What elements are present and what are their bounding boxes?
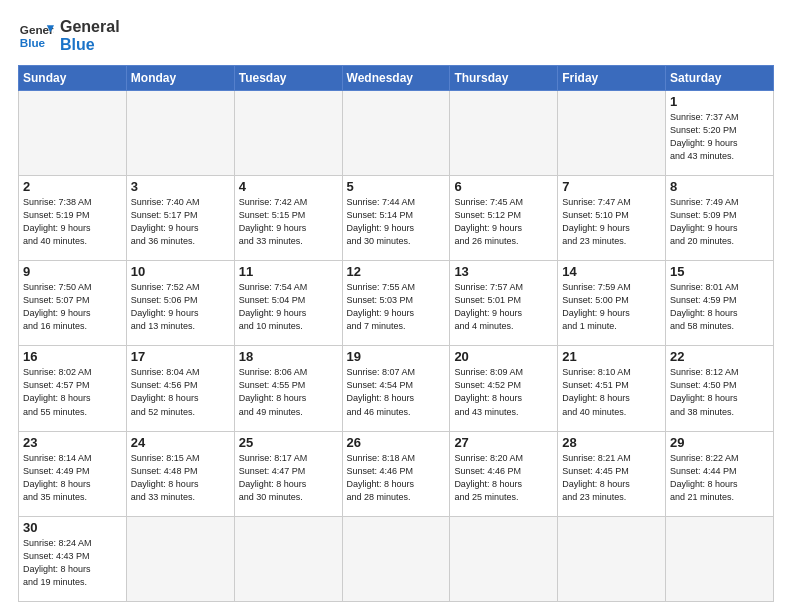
calendar-cell: 30Sunrise: 8:24 AM Sunset: 4:43 PM Dayli…: [19, 516, 127, 601]
day-number: 23: [23, 435, 122, 450]
calendar-cell: [666, 516, 774, 601]
calendar-cell: 17Sunrise: 8:04 AM Sunset: 4:56 PM Dayli…: [126, 346, 234, 431]
calendar-cell: 19Sunrise: 8:07 AM Sunset: 4:54 PM Dayli…: [342, 346, 450, 431]
day-number: 26: [347, 435, 446, 450]
day-info: Sunrise: 7:42 AM Sunset: 5:15 PM Dayligh…: [239, 196, 338, 248]
day-info: Sunrise: 8:10 AM Sunset: 4:51 PM Dayligh…: [562, 366, 661, 418]
day-info: Sunrise: 8:06 AM Sunset: 4:55 PM Dayligh…: [239, 366, 338, 418]
day-info: Sunrise: 8:15 AM Sunset: 4:48 PM Dayligh…: [131, 452, 230, 504]
calendar-cell: 1Sunrise: 7:37 AM Sunset: 5:20 PM Daylig…: [666, 90, 774, 175]
day-number: 29: [670, 435, 769, 450]
day-info: Sunrise: 7:52 AM Sunset: 5:06 PM Dayligh…: [131, 281, 230, 333]
calendar-week-row: 16Sunrise: 8:02 AM Sunset: 4:57 PM Dayli…: [19, 346, 774, 431]
day-info: Sunrise: 8:18 AM Sunset: 4:46 PM Dayligh…: [347, 452, 446, 504]
calendar-cell: [19, 90, 127, 175]
calendar-cell: 26Sunrise: 8:18 AM Sunset: 4:46 PM Dayli…: [342, 431, 450, 516]
day-number: 16: [23, 349, 122, 364]
day-number: 11: [239, 264, 338, 279]
day-info: Sunrise: 7:38 AM Sunset: 5:19 PM Dayligh…: [23, 196, 122, 248]
day-number: 6: [454, 179, 553, 194]
logo-general: General: [60, 18, 120, 36]
calendar-cell: [450, 516, 558, 601]
day-number: 1: [670, 94, 769, 109]
logo-blue: Blue: [60, 36, 120, 54]
calendar-cell: 29Sunrise: 8:22 AM Sunset: 4:44 PM Dayli…: [666, 431, 774, 516]
calendar-cell: 21Sunrise: 8:10 AM Sunset: 4:51 PM Dayli…: [558, 346, 666, 431]
day-info: Sunrise: 7:37 AM Sunset: 5:20 PM Dayligh…: [670, 111, 769, 163]
weekday-header-sunday: Sunday: [19, 65, 127, 90]
day-info: Sunrise: 7:49 AM Sunset: 5:09 PM Dayligh…: [670, 196, 769, 248]
header: General Blue General Blue: [18, 18, 774, 55]
calendar-header-row: SundayMondayTuesdayWednesdayThursdayFrid…: [19, 65, 774, 90]
weekday-header-saturday: Saturday: [666, 65, 774, 90]
day-info: Sunrise: 8:17 AM Sunset: 4:47 PM Dayligh…: [239, 452, 338, 504]
day-number: 18: [239, 349, 338, 364]
day-number: 5: [347, 179, 446, 194]
calendar-cell: 8Sunrise: 7:49 AM Sunset: 5:09 PM Daylig…: [666, 175, 774, 260]
day-info: Sunrise: 8:14 AM Sunset: 4:49 PM Dayligh…: [23, 452, 122, 504]
day-info: Sunrise: 8:04 AM Sunset: 4:56 PM Dayligh…: [131, 366, 230, 418]
day-info: Sunrise: 7:40 AM Sunset: 5:17 PM Dayligh…: [131, 196, 230, 248]
day-number: 8: [670, 179, 769, 194]
weekday-header-friday: Friday: [558, 65, 666, 90]
svg-text:Blue: Blue: [20, 36, 46, 49]
logo: General Blue General Blue: [18, 18, 120, 55]
day-info: Sunrise: 8:20 AM Sunset: 4:46 PM Dayligh…: [454, 452, 553, 504]
day-number: 21: [562, 349, 661, 364]
calendar-table: SundayMondayTuesdayWednesdayThursdayFrid…: [18, 65, 774, 602]
calendar-cell: [234, 516, 342, 601]
day-number: 3: [131, 179, 230, 194]
calendar-cell: 25Sunrise: 8:17 AM Sunset: 4:47 PM Dayli…: [234, 431, 342, 516]
day-number: 13: [454, 264, 553, 279]
calendar-week-row: 9Sunrise: 7:50 AM Sunset: 5:07 PM Daylig…: [19, 261, 774, 346]
day-number: 20: [454, 349, 553, 364]
calendar-week-row: 1Sunrise: 7:37 AM Sunset: 5:20 PM Daylig…: [19, 90, 774, 175]
calendar-cell: 2Sunrise: 7:38 AM Sunset: 5:19 PM Daylig…: [19, 175, 127, 260]
day-info: Sunrise: 7:57 AM Sunset: 5:01 PM Dayligh…: [454, 281, 553, 333]
calendar-cell: [342, 90, 450, 175]
day-info: Sunrise: 7:44 AM Sunset: 5:14 PM Dayligh…: [347, 196, 446, 248]
day-info: Sunrise: 7:47 AM Sunset: 5:10 PM Dayligh…: [562, 196, 661, 248]
day-info: Sunrise: 7:59 AM Sunset: 5:00 PM Dayligh…: [562, 281, 661, 333]
calendar-cell: 7Sunrise: 7:47 AM Sunset: 5:10 PM Daylig…: [558, 175, 666, 260]
calendar-week-row: 30Sunrise: 8:24 AM Sunset: 4:43 PM Dayli…: [19, 516, 774, 601]
calendar-cell: 22Sunrise: 8:12 AM Sunset: 4:50 PM Dayli…: [666, 346, 774, 431]
weekday-header-thursday: Thursday: [450, 65, 558, 90]
calendar-week-row: 2Sunrise: 7:38 AM Sunset: 5:19 PM Daylig…: [19, 175, 774, 260]
day-number: 15: [670, 264, 769, 279]
day-number: 9: [23, 264, 122, 279]
calendar-cell: 24Sunrise: 8:15 AM Sunset: 4:48 PM Dayli…: [126, 431, 234, 516]
day-number: 12: [347, 264, 446, 279]
calendar-cell: 20Sunrise: 8:09 AM Sunset: 4:52 PM Dayli…: [450, 346, 558, 431]
weekday-header-monday: Monday: [126, 65, 234, 90]
calendar-cell: 13Sunrise: 7:57 AM Sunset: 5:01 PM Dayli…: [450, 261, 558, 346]
day-info: Sunrise: 8:01 AM Sunset: 4:59 PM Dayligh…: [670, 281, 769, 333]
day-number: 17: [131, 349, 230, 364]
day-number: 28: [562, 435, 661, 450]
calendar-cell: [126, 90, 234, 175]
calendar-cell: 4Sunrise: 7:42 AM Sunset: 5:15 PM Daylig…: [234, 175, 342, 260]
calendar-cell: 12Sunrise: 7:55 AM Sunset: 5:03 PM Dayli…: [342, 261, 450, 346]
day-number: 22: [670, 349, 769, 364]
generalblue-logo-icon: General Blue: [18, 18, 54, 54]
calendar-cell: 23Sunrise: 8:14 AM Sunset: 4:49 PM Dayli…: [19, 431, 127, 516]
day-number: 4: [239, 179, 338, 194]
calendar-cell: 15Sunrise: 8:01 AM Sunset: 4:59 PM Dayli…: [666, 261, 774, 346]
calendar-cell: 27Sunrise: 8:20 AM Sunset: 4:46 PM Dayli…: [450, 431, 558, 516]
day-info: Sunrise: 8:24 AM Sunset: 4:43 PM Dayligh…: [23, 537, 122, 589]
calendar-cell: 16Sunrise: 8:02 AM Sunset: 4:57 PM Dayli…: [19, 346, 127, 431]
weekday-header-wednesday: Wednesday: [342, 65, 450, 90]
calendar-cell: [558, 90, 666, 175]
calendar-cell: 10Sunrise: 7:52 AM Sunset: 5:06 PM Dayli…: [126, 261, 234, 346]
calendar-cell: 5Sunrise: 7:44 AM Sunset: 5:14 PM Daylig…: [342, 175, 450, 260]
weekday-header-tuesday: Tuesday: [234, 65, 342, 90]
day-number: 19: [347, 349, 446, 364]
day-info: Sunrise: 7:54 AM Sunset: 5:04 PM Dayligh…: [239, 281, 338, 333]
day-number: 30: [23, 520, 122, 535]
calendar-cell: 28Sunrise: 8:21 AM Sunset: 4:45 PM Dayli…: [558, 431, 666, 516]
day-info: Sunrise: 8:22 AM Sunset: 4:44 PM Dayligh…: [670, 452, 769, 504]
calendar-cell: [234, 90, 342, 175]
day-info: Sunrise: 8:09 AM Sunset: 4:52 PM Dayligh…: [454, 366, 553, 418]
day-number: 27: [454, 435, 553, 450]
day-number: 7: [562, 179, 661, 194]
